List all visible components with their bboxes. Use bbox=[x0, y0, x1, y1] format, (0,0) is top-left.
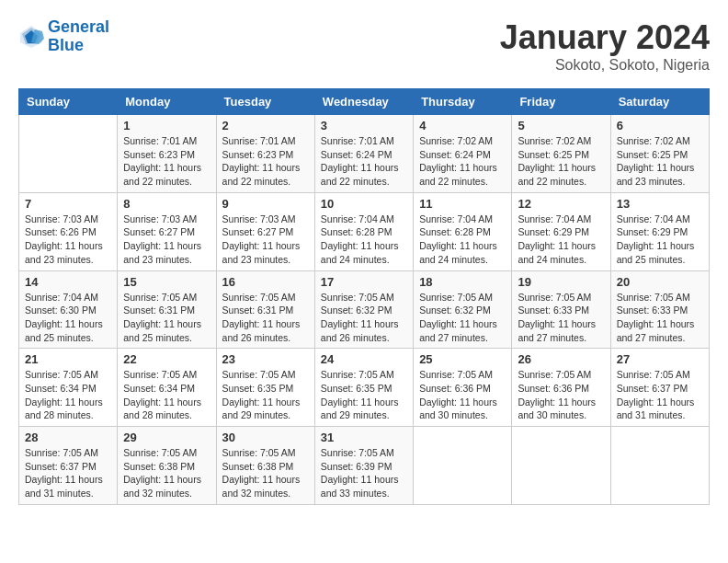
day-detail: Sunrise: 7:05 AM Sunset: 6:34 PM Dayligh… bbox=[123, 368, 210, 422]
day-cell bbox=[512, 427, 610, 505]
daylight-label: Daylight: 11 hours and 33 minutes. bbox=[321, 474, 399, 499]
weekday-header-monday: Monday bbox=[118, 89, 216, 115]
day-detail: Sunrise: 7:04 AM Sunset: 6:29 PM Dayligh… bbox=[518, 213, 604, 267]
daylight-label: Daylight: 11 hours and 26 minutes. bbox=[222, 318, 301, 343]
day-detail: Sunrise: 7:02 AM Sunset: 6:24 PM Dayligh… bbox=[419, 134, 506, 189]
sunset-label: Sunset: 6:33 PM bbox=[617, 304, 688, 316]
day-detail: Sunrise: 7:04 AM Sunset: 6:29 PM Dayligh… bbox=[617, 213, 703, 267]
sunset-label: Sunset: 6:28 PM bbox=[419, 226, 491, 237]
daylight-label: Daylight: 11 hours and 24 minutes. bbox=[321, 240, 399, 265]
day-cell: 2 Sunrise: 7:01 AM Sunset: 6:23 PM Dayli… bbox=[216, 115, 314, 193]
weekday-header-thursday: Thursday bbox=[414, 89, 512, 115]
sunset-label: Sunset: 6:39 PM bbox=[321, 461, 392, 472]
daylight-label: Daylight: 11 hours and 22 minutes. bbox=[123, 162, 201, 187]
sunrise-label: Sunrise: 7:04 AM bbox=[518, 213, 591, 224]
day-cell: 15 Sunrise: 7:05 AM Sunset: 6:31 PM Dayl… bbox=[118, 270, 216, 349]
sunset-label: Sunset: 6:32 PM bbox=[321, 304, 392, 316]
day-cell bbox=[610, 427, 709, 505]
sunset-label: Sunset: 6:25 PM bbox=[617, 149, 688, 160]
daylight-label: Daylight: 11 hours and 22 minutes. bbox=[321, 162, 399, 187]
daylight-label: Daylight: 11 hours and 29 minutes. bbox=[222, 396, 301, 421]
day-detail: Sunrise: 7:04 AM Sunset: 6:28 PM Dayligh… bbox=[419, 213, 506, 267]
week-row-1: 1 Sunrise: 7:01 AM Sunset: 6:23 PM Dayli… bbox=[19, 115, 710, 193]
header: General Blue January 2024 Sokoto, Sokoto… bbox=[18, 18, 710, 74]
logo-icon bbox=[18, 24, 44, 50]
sunrise-label: Sunrise: 7:05 AM bbox=[123, 292, 197, 303]
day-detail: Sunrise: 7:03 AM Sunset: 6:27 PM Dayligh… bbox=[222, 213, 309, 267]
day-cell: 29 Sunrise: 7:05 AM Sunset: 6:38 PM Dayl… bbox=[118, 427, 216, 505]
day-detail: Sunrise: 7:03 AM Sunset: 6:27 PM Dayligh… bbox=[123, 213, 210, 267]
day-detail: Sunrise: 7:05 AM Sunset: 6:38 PM Dayligh… bbox=[222, 446, 309, 500]
day-cell: 17 Sunrise: 7:05 AM Sunset: 6:32 PM Dayl… bbox=[314, 270, 413, 349]
day-cell: 18 Sunrise: 7:05 AM Sunset: 6:32 PM Dayl… bbox=[414, 270, 512, 349]
day-cell: 30 Sunrise: 7:05 AM Sunset: 6:38 PM Dayl… bbox=[216, 427, 314, 505]
day-cell: 8 Sunrise: 7:03 AM Sunset: 6:27 PM Dayli… bbox=[118, 192, 216, 270]
weekday-header-tuesday: Tuesday bbox=[216, 89, 314, 115]
sunrise-label: Sunrise: 7:05 AM bbox=[419, 292, 493, 303]
day-number: 31 bbox=[321, 431, 407, 444]
day-number: 13 bbox=[617, 197, 703, 211]
day-cell: 11 Sunrise: 7:04 AM Sunset: 6:28 PM Dayl… bbox=[414, 192, 512, 270]
weekday-header-sunday: Sunday bbox=[19, 89, 118, 115]
daylight-label: Daylight: 11 hours and 27 minutes. bbox=[419, 318, 497, 343]
day-detail: Sunrise: 7:02 AM Sunset: 6:25 PM Dayligh… bbox=[518, 134, 604, 189]
day-cell: 25 Sunrise: 7:05 AM Sunset: 6:36 PM Dayl… bbox=[414, 349, 512, 427]
day-number: 16 bbox=[222, 275, 309, 289]
day-detail: Sunrise: 7:04 AM Sunset: 6:30 PM Dayligh… bbox=[25, 291, 111, 345]
daylight-label: Daylight: 11 hours and 23 minutes. bbox=[123, 240, 201, 265]
weekday-header-row: SundayMondayTuesdayWednesdayThursdayFrid… bbox=[19, 89, 710, 115]
sunset-label: Sunset: 6:38 PM bbox=[123, 461, 195, 472]
day-detail: Sunrise: 7:04 AM Sunset: 6:28 PM Dayligh… bbox=[321, 213, 407, 267]
sunrise-label: Sunrise: 7:05 AM bbox=[321, 292, 394, 303]
sunset-label: Sunset: 6:24 PM bbox=[321, 149, 392, 160]
sunrise-label: Sunrise: 7:04 AM bbox=[617, 213, 690, 224]
day-cell: 1 Sunrise: 7:01 AM Sunset: 6:23 PM Dayli… bbox=[118, 115, 216, 193]
day-number: 6 bbox=[617, 119, 703, 132]
day-cell: 9 Sunrise: 7:03 AM Sunset: 6:27 PM Dayli… bbox=[216, 192, 314, 270]
day-number: 12 bbox=[518, 197, 604, 211]
day-detail: Sunrise: 7:01 AM Sunset: 6:23 PM Dayligh… bbox=[222, 134, 309, 189]
sunrise-label: Sunrise: 7:03 AM bbox=[123, 213, 197, 224]
sunrise-label: Sunrise: 7:05 AM bbox=[222, 369, 296, 380]
day-number: 8 bbox=[123, 197, 210, 211]
day-number: 28 bbox=[25, 431, 111, 444]
day-detail: Sunrise: 7:01 AM Sunset: 6:24 PM Dayligh… bbox=[321, 134, 407, 189]
sunset-label: Sunset: 6:37 PM bbox=[25, 461, 97, 472]
daylight-label: Daylight: 11 hours and 24 minutes. bbox=[518, 240, 596, 265]
sunset-label: Sunset: 6:37 PM bbox=[617, 383, 688, 394]
daylight-label: Daylight: 11 hours and 30 minutes. bbox=[419, 396, 497, 421]
sunrise-label: Sunrise: 7:04 AM bbox=[25, 292, 98, 303]
logo-line2: Blue bbox=[48, 36, 84, 54]
logo-text: General Blue bbox=[48, 18, 109, 55]
sunrise-label: Sunrise: 7:05 AM bbox=[25, 369, 98, 380]
day-cell: 14 Sunrise: 7:04 AM Sunset: 6:30 PM Dayl… bbox=[19, 270, 118, 349]
sunset-label: Sunset: 6:29 PM bbox=[617, 226, 688, 237]
day-detail: Sunrise: 7:05 AM Sunset: 6:32 PM Dayligh… bbox=[321, 291, 407, 345]
sunset-label: Sunset: 6:27 PM bbox=[123, 226, 195, 237]
day-number: 19 bbox=[518, 275, 604, 289]
sunset-label: Sunset: 6:35 PM bbox=[222, 383, 294, 394]
day-number: 20 bbox=[617, 275, 703, 289]
logo: General Blue bbox=[18, 18, 109, 55]
week-row-2: 7 Sunrise: 7:03 AM Sunset: 6:26 PM Dayli… bbox=[19, 192, 710, 270]
title-area: January 2024 Sokoto, Sokoto, Nigeria bbox=[500, 18, 710, 74]
sunrise-label: Sunrise: 7:01 AM bbox=[222, 135, 296, 146]
daylight-label: Daylight: 11 hours and 23 minutes. bbox=[617, 162, 695, 187]
daylight-label: Daylight: 11 hours and 25 minutes. bbox=[25, 318, 103, 343]
sunrise-label: Sunrise: 7:05 AM bbox=[419, 369, 493, 380]
sunrise-label: Sunrise: 7:05 AM bbox=[518, 292, 591, 303]
week-row-3: 14 Sunrise: 7:04 AM Sunset: 6:30 PM Dayl… bbox=[19, 270, 710, 349]
daylight-label: Daylight: 11 hours and 22 minutes. bbox=[518, 162, 596, 187]
day-number: 25 bbox=[419, 352, 506, 366]
sunset-label: Sunset: 6:25 PM bbox=[518, 149, 589, 160]
sunset-label: Sunset: 6:33 PM bbox=[518, 304, 589, 316]
sunrise-label: Sunrise: 7:01 AM bbox=[123, 135, 197, 146]
day-detail: Sunrise: 7:05 AM Sunset: 6:37 PM Dayligh… bbox=[25, 446, 111, 500]
day-detail: Sunrise: 7:02 AM Sunset: 6:25 PM Dayligh… bbox=[617, 134, 703, 189]
daylight-label: Daylight: 11 hours and 23 minutes. bbox=[25, 240, 103, 265]
daylight-label: Daylight: 11 hours and 22 minutes. bbox=[222, 162, 301, 187]
day-cell: 26 Sunrise: 7:05 AM Sunset: 6:36 PM Dayl… bbox=[512, 349, 610, 427]
sunrise-label: Sunrise: 7:04 AM bbox=[321, 213, 394, 224]
day-cell: 19 Sunrise: 7:05 AM Sunset: 6:33 PM Dayl… bbox=[512, 270, 610, 349]
sunrise-label: Sunrise: 7:05 AM bbox=[617, 369, 690, 380]
